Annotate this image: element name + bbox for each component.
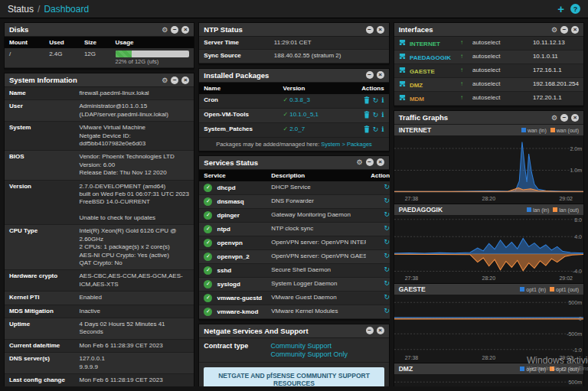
- reinstall-package-icon[interactable]: ↻: [373, 97, 379, 104]
- collapse-icon[interactable]: −: [366, 71, 374, 79]
- services-col-service: Service: [199, 170, 266, 181]
- disk-usage-label: 22% of 12G (ufs): [116, 58, 190, 65]
- contract-type-link[interactable]: Community Support: [270, 342, 348, 350]
- uninstall-package-trash-icon[interactable]: [364, 111, 370, 120]
- package-version-link[interactable]: 0.3.8_3: [289, 96, 310, 103]
- system-info-label: Uptime: [5, 318, 75, 339]
- collapse-icon[interactable]: −: [560, 26, 568, 34]
- system-info-value: 4 Days 02 Hours 52 Minutes 41 Seconds: [75, 318, 194, 339]
- close-icon[interactable]: ×: [377, 158, 384, 166]
- collapse-icon[interactable]: −: [171, 26, 178, 34]
- restart-service-icon[interactable]: ↻: [384, 266, 390, 273]
- close-icon[interactable]: ×: [377, 327, 384, 334]
- wrench-icon[interactable]: ⚙: [551, 114, 557, 122]
- wrench-icon[interactable]: ⚙: [357, 158, 363, 166]
- restart-service-icon[interactable]: ↻: [384, 183, 390, 191]
- close-icon[interactable]: ×: [377, 26, 384, 34]
- restart-service-icon[interactable]: ↻: [384, 224, 390, 232]
- wrench-icon[interactable]: ⚙: [162, 77, 168, 84]
- package-name: Cron: [204, 96, 218, 103]
- package-info-icon[interactable]: ℹ: [381, 126, 384, 133]
- system-info-label: Name: [5, 87, 75, 100]
- interfaces-widget: Interfaces ⚙ − × INTERNET: [394, 22, 584, 106]
- interface-name-link[interactable]: INTERNET: [410, 41, 440, 47]
- restart-service-icon[interactable]: ↻: [384, 307, 390, 314]
- restart-service-icon[interactable]: ↻: [384, 210, 390, 218]
- traffic-graph-gaeste: GAESTE opt1 (in) opt1 (out) 500m0-500m-1…: [394, 284, 583, 363]
- interface-name-link[interactable]: DMZ: [410, 82, 423, 89]
- service-description: VMware Guest Daemon: [266, 291, 366, 305]
- network-interface-icon: [399, 41, 406, 47]
- close-icon[interactable]: ×: [181, 26, 189, 34]
- package-rows: Cron ✓0.3.8_3 ↻ ℹ Open-VM-Tools ✓10.1.0_…: [199, 94, 388, 138]
- system-information-header: System Information ⚙ − ×: [5, 73, 194, 87]
- x-tick: 28:20: [482, 275, 496, 281]
- system-info-value: 2.7.0-DEVELOPMENT (amd64) built on Wed F…: [75, 180, 194, 225]
- check-icon: ✓: [206, 198, 211, 204]
- service-name: vmware-kmod: [217, 308, 259, 314]
- system-info-row: DNS server(s) 127.0.0.1 9.9.9.9: [5, 353, 194, 374]
- interface-up-arrow-icon: ↑: [460, 39, 463, 46]
- legend-out-swatch: [550, 367, 554, 371]
- contract-type-detail-link[interactable]: Community Support Only: [270, 350, 348, 358]
- collapse-icon[interactable]: −: [366, 158, 374, 166]
- wrench-icon[interactable]: ⚙: [551, 26, 557, 34]
- reinstall-package-icon[interactable]: ↻: [373, 112, 379, 119]
- close-icon[interactable]: ×: [181, 77, 189, 84]
- uninstall-package-trash-icon[interactable]: [364, 96, 370, 106]
- restart-service-icon[interactable]: ↻: [384, 279, 390, 287]
- collapse-icon[interactable]: −: [366, 327, 374, 334]
- ntp-status-title: NTP Status: [204, 25, 243, 34]
- service-description: DHCP Service: [266, 181, 366, 195]
- package-info-icon[interactable]: ℹ: [381, 112, 384, 119]
- legend-in-swatch: [520, 287, 524, 292]
- close-icon[interactable]: ×: [571, 26, 579, 34]
- system-info-value: Mon Feb 6 11:28:39 CET 2023: [75, 339, 194, 352]
- service-name: dhcpd: [217, 184, 236, 191]
- interface-name-link[interactable]: PAEDAGOGIK: [410, 54, 451, 61]
- interfaces-title: Interfaces: [399, 25, 433, 34]
- system-info-label: System: [5, 122, 75, 151]
- check-icon: ✓: [206, 239, 211, 246]
- services-status-widget: Services Status ⚙ − × Service Descriptio…: [198, 155, 389, 320]
- restart-service-icon[interactable]: ↻: [384, 293, 390, 301]
- close-icon[interactable]: ×: [377, 71, 384, 79]
- legend-out-label: opt2 (out): [556, 367, 579, 372]
- package-info-icon[interactable]: ℹ: [381, 97, 384, 104]
- system-packages-link[interactable]: System > Packages: [321, 141, 372, 148]
- wrench-icon[interactable]: ⚙: [162, 26, 168, 34]
- breadcrumb-section[interactable]: Status: [8, 4, 34, 15]
- interface-ip: 172.20.1.1: [528, 92, 583, 106]
- restart-service-icon[interactable]: ↻: [384, 238, 390, 246]
- system-info-row: Version 2.7.0-DEVELOPMENT (amd64) built …: [5, 180, 194, 225]
- disk-row: / 2.4G 12G 22% of 12G (ufs): [5, 48, 194, 68]
- close-icon[interactable]: ×: [571, 114, 579, 122]
- service-row: ✓ dnsmasq DNS Forwarder ↻: [199, 194, 389, 208]
- help-icon[interactable]: ?: [570, 4, 580, 14]
- package-version-link[interactable]: 10.1.0_5,1: [289, 111, 318, 118]
- interface-media: autoselect: [468, 78, 528, 92]
- ntp-status-header: NTP Status − ×: [199, 23, 388, 37]
- disks-col-mount: Mount: [5, 37, 44, 48]
- ntp-row: Sync Source 188.40.62.55 (stratum 2): [199, 50, 388, 63]
- disks-widget-title: Disks: [9, 25, 28, 34]
- legend-in-swatch: [527, 207, 531, 212]
- add-widget-icon[interactable]: +: [557, 3, 564, 15]
- collapse-icon[interactable]: −: [560, 114, 568, 122]
- breadcrumb-page: Dashboard: [44, 4, 89, 15]
- restart-service-icon[interactable]: ↻: [384, 252, 390, 259]
- contract-type-label: Contract type: [204, 342, 270, 358]
- collapse-icon[interactable]: −: [171, 77, 178, 84]
- package-version-link[interactable]: 2.0_7: [289, 125, 305, 132]
- collapse-icon[interactable]: −: [366, 26, 374, 34]
- restart-service-icon[interactable]: ↻: [384, 197, 390, 204]
- system-info-label: User: [5, 100, 75, 122]
- interface-name-link[interactable]: GAESTE: [410, 68, 435, 75]
- package-name: System_Patches: [204, 125, 253, 132]
- interface-ip: 192.168.201.254: [528, 78, 583, 92]
- interface-name-link[interactable]: MDM: [410, 96, 424, 103]
- reinstall-package-icon[interactable]: ↻: [373, 126, 379, 133]
- services-col-action: Action: [366, 170, 389, 181]
- column-right: Interfaces ⚙ − × INTERNET: [394, 22, 584, 386]
- uninstall-package-trash-icon[interactable]: [364, 125, 370, 135]
